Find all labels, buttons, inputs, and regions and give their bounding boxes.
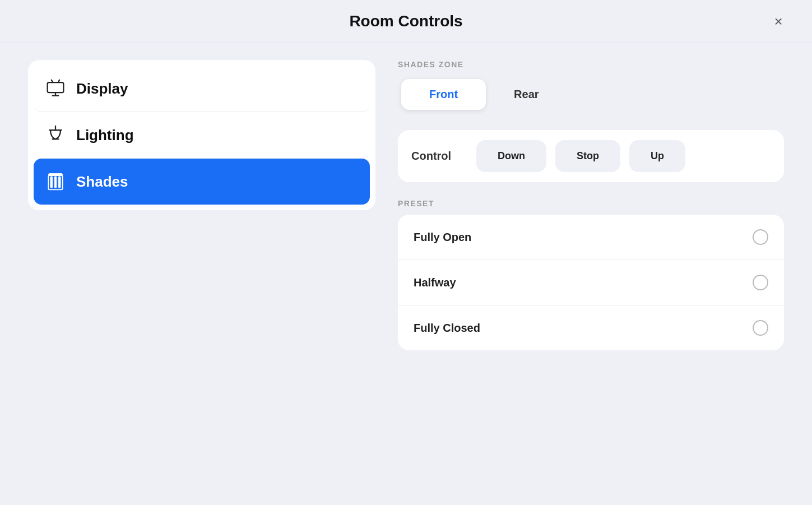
preset-fully-open-radio[interactable]: [753, 229, 768, 245]
control-up-button[interactable]: Up: [629, 140, 685, 172]
shades-zone-section: SHADES ZONE Front Rear: [398, 60, 784, 113]
preset-fully-open-label: Fully Open: [414, 231, 471, 244]
preset-halfway[interactable]: Halfway: [398, 260, 784, 305]
sidebar-item-lighting-label: Lighting: [76, 127, 134, 144]
control-down-button[interactable]: Down: [476, 140, 546, 172]
sidebar-item-display[interactable]: Display: [34, 66, 370, 112]
svg-rect-10: [54, 177, 57, 188]
preset-fully-closed-radio[interactable]: [753, 320, 768, 336]
shades-zone-label: SHADES ZONE: [398, 60, 784, 69]
preset-fully-closed-label: Fully Closed: [414, 322, 480, 335]
lighting-icon: [45, 124, 66, 146]
control-row: Control Down Stop Up: [398, 130, 784, 182]
preset-section: PRESET Fully Open Halfway Fully Closed: [398, 199, 784, 350]
sidebar-item-shades[interactable]: Shades: [34, 159, 370, 205]
preset-halfway-radio[interactable]: [753, 275, 768, 290]
zone-toggle: Front Rear: [398, 76, 570, 113]
display-icon: [45, 78, 66, 99]
svg-rect-11: [58, 177, 61, 188]
preset-fully-open[interactable]: Fully Open: [398, 215, 784, 260]
preset-fully-closed[interactable]: Fully Closed: [398, 305, 784, 350]
control-label: Control: [411, 150, 467, 163]
sidebar-item-display-label: Display: [76, 80, 128, 98]
svg-rect-9: [50, 177, 53, 188]
svg-rect-0: [48, 82, 64, 92]
sidebar-item-lighting[interactable]: Lighting: [34, 112, 370, 159]
control-stop-button[interactable]: Stop: [555, 140, 620, 172]
preset-list: Fully Open Halfway Fully Closed: [398, 215, 784, 350]
header: Room Controls ×: [0, 0, 812, 43]
page-title: Room Controls: [349, 12, 462, 30]
shades-icon: [45, 171, 66, 192]
sidebar-item-shades-label: Shades: [76, 173, 128, 191]
close-button[interactable]: ×: [767, 10, 790, 33]
zone-front-button[interactable]: Front: [401, 79, 486, 110]
preset-halfway-label: Halfway: [414, 276, 456, 289]
sidebar: Display Lighting: [28, 60, 375, 210]
right-panel: SHADES ZONE Front Rear Control Down Stop…: [398, 60, 784, 488]
zone-rear-button[interactable]: Rear: [486, 79, 567, 110]
main-content: Display Lighting: [0, 43, 812, 505]
preset-label: PRESET: [398, 199, 784, 208]
